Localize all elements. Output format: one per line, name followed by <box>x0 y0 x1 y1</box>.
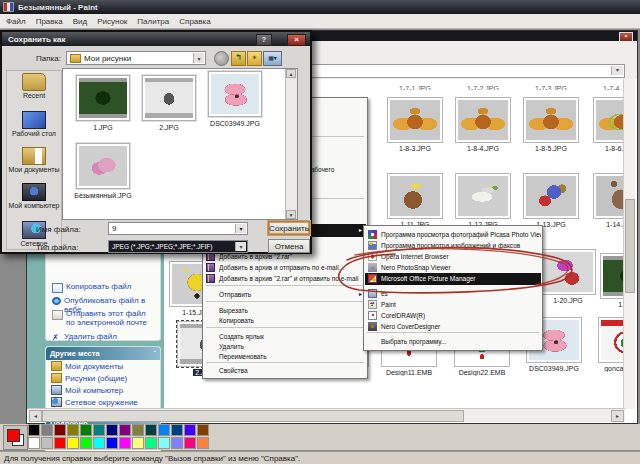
palette-color[interactable] <box>119 424 131 436</box>
context-menu-item[interactable]: Отправить► <box>204 289 366 300</box>
palette-color[interactable] <box>145 437 157 449</box>
context-menu-item[interactable]: Добавить в архив "2.rar" и отправить по … <box>204 273 366 284</box>
palette-color[interactable] <box>197 437 209 449</box>
file-tile[interactable]: 1-20.JPG <box>537 249 599 304</box>
open-with-item[interactable]: Paint <box>365 299 541 310</box>
scroll-right-icon[interactable]: ► <box>611 410 624 422</box>
palette-color[interactable] <box>106 437 118 449</box>
palette-color[interactable] <box>41 437 53 449</box>
palette-color[interactable] <box>132 424 144 436</box>
file-tile[interactable]: 1-8-3.JPG <box>384 97 446 152</box>
task-link[interactable]: Отправить этот файл по электронной почте <box>52 309 156 327</box>
dialog-file-item[interactable]: 1.JPG <box>71 75 135 131</box>
palette-color[interactable] <box>184 424 196 436</box>
dialog-file-item[interactable]: DSC03949.JPG <box>203 71 267 127</box>
palette-color[interactable] <box>158 437 170 449</box>
place-item-computer[interactable]: Мой компьютер <box>7 183 61 209</box>
palette-color[interactable] <box>197 424 209 436</box>
palette-color[interactable] <box>93 424 105 436</box>
file-tile[interactable]: 1-8-6.JPG <box>590 97 626 152</box>
address-dropdown-icon[interactable]: ▾ <box>611 66 623 75</box>
place-item-recent[interactable]: Recent <box>7 73 61 99</box>
back-button[interactable] <box>214 51 229 66</box>
open-with-item[interactable]: CorelDRAW(R) <box>365 310 541 321</box>
paint-menu-item[interactable]: Правка <box>36 17 63 26</box>
palette-color[interactable] <box>80 437 92 449</box>
task-link[interactable]: Копировать файл <box>52 282 156 293</box>
palette-color[interactable] <box>80 424 92 436</box>
file-tile[interactable]: 1-13.JPG <box>520 173 582 228</box>
help-button[interactable]: ? <box>256 34 272 46</box>
other-place-link[interactable]: Сетевое окружение <box>46 396 160 408</box>
dialog-file-item[interactable]: 2.JPG <box>137 75 201 131</box>
file-tile[interactable]: 1-12.JPG <box>452 173 514 228</box>
horizontal-scrollbar[interactable]: ◄ ► <box>28 408 625 422</box>
place-item-desktop[interactable]: Рабочий стол <box>7 111 61 137</box>
filetype-combobox[interactable]: JPEG (*.JPG;*.JPEG;*.JPE;*.JFIF) ▾ <box>108 240 248 253</box>
open-with-item[interactable]: Программа просмотра изображений и факсов <box>365 240 541 251</box>
file-tile[interactable]: 1-8-5.JPG <box>520 97 582 152</box>
up-level-button[interactable]: ↰ <box>231 51 246 66</box>
save-button[interactable]: Сохранить <box>268 221 310 235</box>
dialog-scrollbar[interactable]: ▲ ▼ <box>285 69 297 219</box>
paint-menu-item[interactable]: Рисунок <box>97 17 127 26</box>
file-tile[interactable]: 1-11.JPG <box>384 173 446 228</box>
file-tile[interactable]: 1-8-4.JPG <box>452 97 514 152</box>
other-place-link[interactable]: Мои документы <box>46 360 160 372</box>
file-tile[interactable]: 1.JPG <box>597 253 626 308</box>
horizontal-scrollbar-thumb[interactable] <box>42 410 464 422</box>
palette-color[interactable] <box>41 424 53 436</box>
context-menu-item[interactable]: Добавить в архив и отправить по e-mail..… <box>204 262 366 273</box>
views-button[interactable]: ▦▾ <box>263 51 282 66</box>
palette-color[interactable] <box>28 424 40 436</box>
other-place-link[interactable]: Рисунки (общие) <box>46 372 160 384</box>
chevron-down-icon[interactable]: ▾ <box>235 242 246 251</box>
chevron-up-icon[interactable]: ˆ <box>154 350 156 357</box>
palette-color[interactable] <box>158 424 170 436</box>
current-colors-box[interactable] <box>3 425 28 450</box>
palette-color[interactable] <box>171 424 183 436</box>
context-menu-item[interactable]: Копировать <box>204 315 366 326</box>
filename-input[interactable]: 9 ▾ <box>108 222 248 235</box>
vertical-scrollbar[interactable] <box>623 79 635 409</box>
open-with-item[interactable]: Opera Internet Browser <box>365 251 541 262</box>
paint-menu-item[interactable]: Файл <box>6 17 26 26</box>
open-with-item[interactable]: Nero CoverDesigner <box>365 321 541 332</box>
scroll-up-icon[interactable]: ▲ <box>286 69 296 78</box>
palette-color[interactable] <box>132 437 144 449</box>
paint-menu-item[interactable]: Палитра <box>137 17 169 26</box>
palette-color[interactable] <box>184 437 196 449</box>
chevron-down-icon[interactable]: ▾ <box>235 224 246 233</box>
palette-color[interactable] <box>67 424 79 436</box>
scroll-down-icon[interactable]: ▼ <box>286 210 296 219</box>
palette-color[interactable] <box>171 437 183 449</box>
place-item-documents[interactable]: Мои документы <box>7 147 61 173</box>
dialog-file-item[interactable]: Безымянный.JPG <box>71 143 135 199</box>
open-with-item[interactable]: es <box>365 288 541 299</box>
dialog-titlebar[interactable]: Сохранить как ? × <box>2 32 310 46</box>
palette-color[interactable] <box>28 437 40 449</box>
context-menu-item[interactable]: Переименовать <box>204 351 366 362</box>
palette-color[interactable] <box>54 437 66 449</box>
chevron-down-icon[interactable]: ▾ <box>193 53 204 63</box>
task-link[interactable]: ✗Удалить файл <box>52 332 156 341</box>
palette-color[interactable] <box>54 424 66 436</box>
paint-menu-item[interactable]: Вид <box>73 17 87 26</box>
palette-color[interactable] <box>145 424 157 436</box>
context-menu-item[interactable]: Свойства <box>204 365 366 376</box>
scroll-left-icon[interactable]: ◄ <box>29 410 42 422</box>
paint-menu-item[interactable]: Справка <box>179 17 210 26</box>
other-places-header[interactable]: Другие места ˆ <box>46 347 160 360</box>
open-with-item[interactable]: Nero PhotoSnap Viewer <box>365 262 541 273</box>
open-with-item[interactable]: Microsoft Office Picture Manager <box>365 273 541 285</box>
palette-color[interactable] <box>106 424 118 436</box>
palette-color[interactable] <box>93 437 105 449</box>
folder-combobox[interactable]: Мои рисунки ▾ <box>66 51 206 65</box>
cancel-button[interactable]: Отмена <box>268 239 310 253</box>
other-place-link[interactable]: Мой компьютер <box>46 384 160 396</box>
open-with-item[interactable]: Выбрать программу... <box>365 336 541 347</box>
palette-color[interactable] <box>67 437 79 449</box>
vertical-scrollbar-thumb[interactable] <box>625 199 635 293</box>
open-with-item[interactable]: Программа просмотра фотографий Picasa Ph… <box>365 229 541 240</box>
new-folder-button[interactable]: ✶ <box>247 51 262 66</box>
